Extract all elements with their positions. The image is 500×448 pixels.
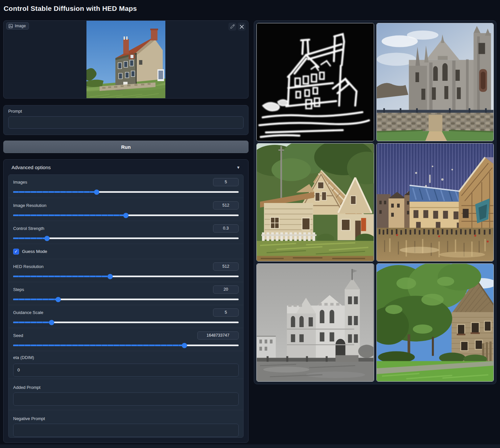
slider-label: Guidance Scale bbox=[13, 310, 43, 315]
slider-label: Images bbox=[13, 180, 27, 185]
negative-prompt-label: Negative Prompt bbox=[13, 416, 239, 421]
eta-input[interactable]: 0 bbox=[13, 364, 239, 377]
prompt-label: Prompt bbox=[8, 109, 244, 114]
slider-fill bbox=[13, 345, 184, 346]
added-prompt-label: Added Prompt bbox=[13, 385, 239, 390]
slider-label: Image Resolution bbox=[13, 203, 46, 208]
prompt-input[interactable] bbox=[8, 116, 244, 129]
cottage-painting-image bbox=[257, 144, 374, 261]
gallery-item-stone-house[interactable] bbox=[376, 263, 494, 382]
guidance-scale-slider-track[interactable] bbox=[13, 322, 239, 323]
guess-mode-checkbox[interactable]: ✓ bbox=[13, 249, 19, 255]
slider-row-control-strength: Control Strength 0.3 bbox=[9, 221, 243, 244]
advanced-options-accordion: Advanced options ▼ Images 5 Ima bbox=[3, 159, 249, 443]
house-photo-image bbox=[86, 21, 165, 99]
slider-fill bbox=[13, 299, 58, 300]
hed-resolution-slider-track[interactable] bbox=[13, 276, 239, 277]
images-value-input[interactable]: 5 bbox=[213, 178, 239, 186]
slider-label: Control Strength bbox=[13, 226, 44, 231]
slider-row-images: Images 5 bbox=[9, 175, 243, 198]
run-button[interactable]: Run bbox=[3, 141, 249, 153]
gallery-item-cottage-painting[interactable] bbox=[256, 143, 374, 261]
slider-thumb[interactable] bbox=[123, 213, 129, 218]
clear-image-button[interactable] bbox=[238, 23, 246, 31]
slider-thumb[interactable] bbox=[182, 343, 187, 348]
uploaded-image[interactable] bbox=[86, 21, 165, 99]
slider-label: Seed bbox=[13, 333, 23, 338]
guidance-scale-value-input[interactable]: 5 bbox=[213, 308, 239, 317]
eta-label: eta (DDIM) bbox=[13, 355, 34, 360]
negative-prompt-row: Negative Prompt bbox=[9, 410, 243, 437]
hed-resolution-value-input[interactable]: 512 bbox=[213, 262, 239, 271]
image-label: Image bbox=[15, 24, 26, 28]
slider-thumb[interactable] bbox=[94, 190, 99, 195]
image-toolbar bbox=[228, 23, 246, 31]
output-gallery bbox=[254, 20, 496, 384]
image-resolution-slider-track[interactable] bbox=[13, 214, 239, 216]
added-prompt-input[interactable] bbox=[13, 392, 239, 406]
control-strength-value-input[interactable]: 0.3 bbox=[213, 224, 239, 233]
guess-mode-row: ✓ Guess Mode bbox=[9, 244, 243, 259]
image-resolution-value-input[interactable]: 512 bbox=[213, 201, 239, 210]
advanced-options-panel: Images 5 Image Resolution 512 bbox=[8, 174, 244, 438]
slider-row-image-resolution: Image Resolution 512 bbox=[9, 198, 243, 221]
slider-row-guidance-scale: Guidance Scale 5 bbox=[9, 305, 243, 328]
close-icon bbox=[240, 25, 244, 29]
page-title: Control Stable Diffusion with HED Maps bbox=[4, 5, 137, 12]
eta-row: eta (DDIM) 0 bbox=[9, 351, 243, 379]
slider-fill bbox=[13, 214, 126, 216]
seed-value-input[interactable]: 1648733747 bbox=[197, 331, 239, 340]
negative-prompt-input[interactable] bbox=[13, 424, 239, 437]
accordion-header[interactable]: Advanced options ▼ bbox=[8, 160, 244, 174]
impressionist-painting-image bbox=[377, 144, 494, 261]
image-label-badge: Image bbox=[6, 22, 29, 30]
added-prompt-row: Added Prompt bbox=[9, 379, 243, 410]
slider-label: Steps bbox=[13, 287, 24, 292]
footer-strip bbox=[0, 444, 500, 448]
slider-thumb[interactable] bbox=[56, 297, 61, 302]
images-slider-track[interactable] bbox=[13, 191, 239, 193]
slider-thumb[interactable] bbox=[49, 320, 54, 325]
prompt-panel: Prompt bbox=[3, 105, 249, 135]
app-root: Control Stable Diffusion with HED Maps I… bbox=[0, 0, 500, 448]
slider-fill bbox=[13, 237, 47, 239]
image-input-panel[interactable]: Image bbox=[3, 20, 249, 99]
gallery-item-cathedral[interactable] bbox=[376, 23, 494, 141]
control-strength-slider-track[interactable] bbox=[13, 237, 239, 239]
pencil-icon bbox=[230, 24, 235, 29]
slider-row-steps: Steps 20 bbox=[9, 282, 243, 305]
slider-thumb[interactable] bbox=[44, 236, 50, 241]
cathedral-image bbox=[377, 23, 494, 141]
seed-slider-track[interactable] bbox=[13, 345, 239, 346]
image-icon bbox=[9, 24, 13, 28]
slider-label: HED Resolution bbox=[13, 264, 44, 269]
gallery-item-hed-map[interactable] bbox=[256, 23, 374, 141]
edit-image-button[interactable] bbox=[228, 23, 236, 31]
steps-value-input[interactable]: 20 bbox=[213, 285, 239, 294]
slider-thumb[interactable] bbox=[107, 274, 113, 279]
steps-slider-track[interactable] bbox=[13, 299, 239, 300]
grayscale-building-image bbox=[257, 264, 374, 381]
control-column: Image bbox=[3, 20, 249, 443]
hed-map-image bbox=[257, 23, 374, 141]
gallery-item-impressionist-painting[interactable] bbox=[376, 143, 494, 261]
guess-mode-label: Guess Mode bbox=[22, 249, 47, 254]
slider-fill bbox=[13, 276, 110, 277]
slider-row-hed-resolution: HED Resolution 512 bbox=[9, 259, 243, 282]
slider-row-seed: Seed 1648733747 bbox=[9, 328, 243, 351]
slider-fill bbox=[13, 191, 97, 193]
chevron-down-icon[interactable]: ▼ bbox=[236, 165, 240, 170]
gallery-item-grayscale-building[interactable] bbox=[256, 263, 374, 382]
stone-house-image bbox=[377, 264, 494, 381]
accordion-title: Advanced options bbox=[12, 165, 51, 170]
check-icon: ✓ bbox=[14, 249, 18, 254]
slider-fill bbox=[13, 322, 52, 323]
